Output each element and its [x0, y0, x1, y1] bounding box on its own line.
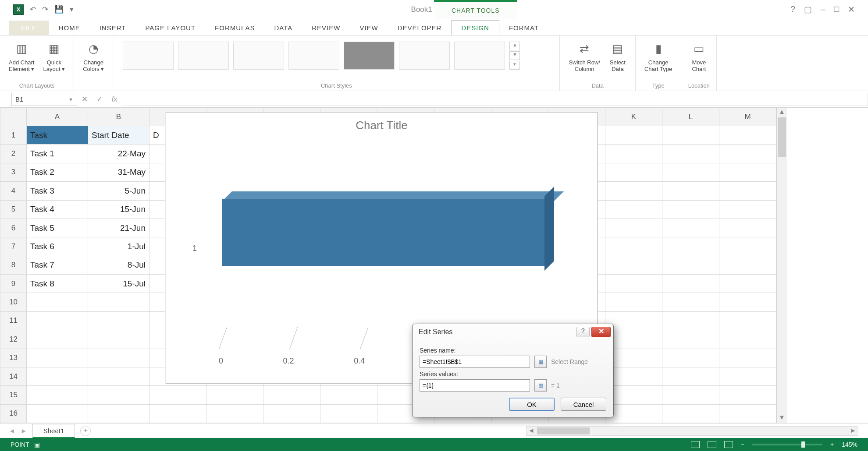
zoom-slider[interactable] [752, 444, 822, 445]
add-chart-element-button[interactable]: ▥Add Chart Element ▾ [6, 38, 37, 74]
cell-A6[interactable]: Task 5 [27, 219, 88, 237]
tab-view[interactable]: VIEW [350, 21, 388, 35]
row-header-11[interactable]: 11 [0, 311, 27, 330]
sheet-nav-next[interactable]: ► [21, 427, 27, 434]
cell-A2[interactable]: Task 1 [27, 145, 88, 163]
gallery-more-icon[interactable]: ▾ [509, 61, 520, 70]
cell-M7[interactable] [719, 237, 776, 256]
cell-D15[interactable] [206, 386, 263, 404]
cell-K1[interactable] [605, 126, 662, 145]
chart-style-2[interactable] [178, 42, 229, 70]
zoom-out-button[interactable]: − [741, 441, 744, 448]
cell-K6[interactable] [605, 219, 662, 237]
cell-M3[interactable] [719, 163, 776, 181]
tab-insert[interactable]: INSERT [90, 21, 136, 35]
cell-M2[interactable] [719, 145, 776, 163]
cell-K8[interactable] [605, 256, 662, 274]
hscroll-thumb[interactable] [537, 427, 590, 434]
row-header-13[interactable]: 13 [0, 349, 27, 367]
cell-B8[interactable]: 8-Jul [88, 256, 149, 274]
cell-L14[interactable] [662, 367, 719, 385]
row-header-14[interactable]: 14 [0, 367, 27, 385]
column-header-B[interactable]: B [88, 108, 149, 126]
cell-B6[interactable]: 21-Jun [88, 219, 149, 237]
cell-M4[interactable] [719, 182, 776, 200]
select-all-corner[interactable] [0, 108, 27, 126]
cell-A3[interactable]: Task 2 [27, 163, 88, 181]
row-header-1[interactable]: 1 [0, 126, 27, 145]
zoom-in-button[interactable]: + [830, 441, 834, 448]
cell-M8[interactable] [719, 256, 776, 274]
cell-E16[interactable] [263, 404, 320, 423]
cell-B7[interactable]: 1-Jul [88, 237, 149, 256]
cell-K15[interactable] [605, 386, 662, 404]
cell-L1[interactable] [662, 126, 719, 145]
series-name-input[interactable] [420, 356, 530, 368]
undo-button[interactable]: ↶ [30, 5, 36, 14]
cell-A15[interactable] [27, 386, 88, 404]
page-break-view-button[interactable] [724, 441, 733, 448]
chart-title[interactable]: Chart Title [166, 113, 597, 138]
series-values-range-picker[interactable]: ▦ [534, 379, 547, 392]
move-chart-button[interactable]: ▭Move Chart [687, 38, 710, 74]
sheet-tab-sheet1[interactable]: Sheet1 [32, 424, 75, 438]
series-name-range-picker[interactable]: ▦ [534, 356, 547, 368]
cell-L4[interactable] [662, 182, 719, 200]
hscroll-right-icon[interactable]: ► [848, 427, 858, 435]
tab-data[interactable]: DATA [264, 21, 302, 35]
cell-F15[interactable] [320, 386, 377, 404]
scroll-down-icon[interactable]: ▼ [777, 413, 787, 423]
tab-design[interactable]: DESIGN [451, 20, 499, 35]
cell-L9[interactable] [662, 275, 719, 293]
cell-M12[interactable] [719, 330, 776, 349]
macro-record-icon[interactable]: ▣ [34, 441, 40, 448]
tab-review[interactable]: REVIEW [302, 21, 350, 35]
column-header-A[interactable]: A [27, 108, 88, 126]
select-data-button[interactable]: ▤Select Data [606, 38, 629, 74]
scroll-up-icon[interactable]: ▲ [777, 108, 787, 117]
cell-M1[interactable] [719, 126, 776, 145]
cell-L8[interactable] [662, 256, 719, 274]
scroll-thumb[interactable] [778, 117, 786, 157]
cell-L2[interactable] [662, 145, 719, 163]
cell-B3[interactable]: 31-May [88, 163, 149, 181]
cell-M15[interactable] [719, 386, 776, 404]
chart-style-6[interactable] [399, 42, 450, 70]
cell-L15[interactable] [662, 386, 719, 404]
fx-button[interactable]: fx [107, 95, 122, 104]
cell-K5[interactable] [605, 200, 662, 219]
dialog-close-button[interactable]: ✕ [591, 327, 611, 337]
data-bar[interactable] [222, 191, 544, 266]
cell-B2[interactable]: 22-May [88, 145, 149, 163]
cell-M13[interactable] [719, 349, 776, 367]
cell-K14[interactable] [605, 367, 662, 385]
cancel-button[interactable]: Cancel [561, 398, 606, 411]
chart-style-7[interactable] [454, 42, 505, 70]
tab-format[interactable]: FORMAT [499, 21, 548, 35]
cell-B5[interactable]: 15-Jun [88, 200, 149, 219]
hscroll-left-icon[interactable]: ◄ [526, 427, 536, 435]
horizontal-scrollbar[interactable]: ◄ ► [526, 426, 858, 436]
tab-file[interactable]: FILE [9, 21, 49, 35]
cell-A11[interactable] [27, 311, 88, 330]
cell-F16[interactable] [320, 404, 377, 423]
row-header-8[interactable]: 8 [0, 256, 27, 274]
cell-M5[interactable] [719, 200, 776, 219]
tab-page-layout[interactable]: PAGE LAYOUT [135, 21, 205, 35]
cell-M9[interactable] [719, 275, 776, 293]
redo-button[interactable]: ↷ [42, 5, 48, 14]
chart-style-5[interactable] [344, 42, 395, 70]
cell-A1[interactable]: Task [27, 126, 88, 145]
help-button[interactable]: ? [790, 4, 795, 14]
cell-B14[interactable] [88, 367, 149, 385]
cell-L3[interactable] [662, 163, 719, 181]
cell-L5[interactable] [662, 200, 719, 219]
gallery-up-icon[interactable]: ▲ [509, 42, 520, 50]
row-header-3[interactable]: 3 [0, 163, 27, 181]
cell-M16[interactable] [719, 404, 776, 423]
formula-bar[interactable] [122, 93, 868, 106]
cell-K4[interactable] [605, 182, 662, 200]
row-header-15[interactable]: 15 [0, 386, 27, 404]
cell-L12[interactable] [662, 330, 719, 349]
row-header-4[interactable]: 4 [0, 182, 27, 200]
